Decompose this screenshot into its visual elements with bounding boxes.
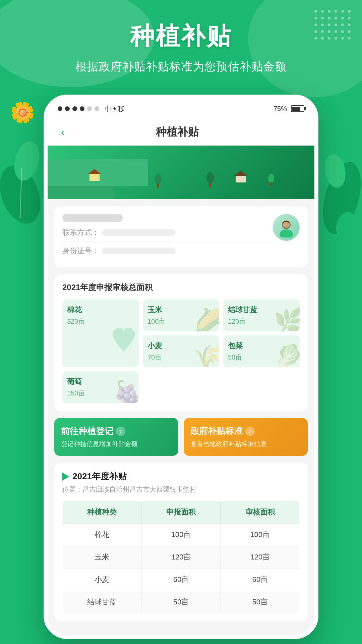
table-cell-type-3: 结球甘蓝 <box>63 591 142 613</box>
table-cell-reported-1: 120亩 <box>141 546 221 569</box>
crop-card-cotton: 棉花 320亩 <box>62 300 139 367</box>
user-card: 联系方式： 身份证号： <box>54 206 308 267</box>
action-buttons: 前往种植登记 › 登记种植信息增加补贴金额 政府补贴标准 › 查看当地政府补贴标… <box>54 418 308 456</box>
svg-point-7 <box>280 229 293 237</box>
id-field: 身份证号： <box>62 246 273 256</box>
crop-icon-grape: 🍇 <box>113 379 139 403</box>
crop-icon-pakchoi: 🥬 <box>274 343 300 367</box>
hero-scene <box>48 159 314 199</box>
subsidy-triangle-icon <box>62 473 69 481</box>
planting-register-desc: 登记种植信息增加补贴金额 <box>61 440 172 448</box>
hill-2 <box>48 186 115 199</box>
signal-dot-3 <box>72 106 77 111</box>
table-row: 玉米120亩120亩 <box>63 546 300 569</box>
table-cell-type-2: 小麦 <box>63 569 142 591</box>
table-cell-type-1: 玉米 <box>63 546 142 569</box>
contact-label: 联系方式： <box>62 227 99 237</box>
battery-percent: 75% <box>274 105 287 113</box>
subsidy-year-label: 2021年度补贴 <box>72 471 127 482</box>
table-cell-reported-3: 50亩 <box>141 591 221 613</box>
battery-fill <box>292 107 300 111</box>
subsidy-location: 位置：昌吉回族自治州昌吉市大西渠镇玉堂村 <box>62 485 300 494</box>
table-cell-reviewed-3: 50亩 <box>221 591 300 613</box>
planting-arrow-icon: › <box>116 427 125 436</box>
subsidy-section: 2021年度补贴 位置：昌吉回族自治州昌吉市大西渠镇玉堂村 种植种类 申报面积 … <box>54 463 308 622</box>
battery-area: 75% <box>274 105 304 113</box>
stats-title: 2021年度申报审核总面积 <box>62 282 300 293</box>
tree-2 <box>206 172 214 187</box>
gov-arrow-icon: › <box>245 427 255 436</box>
contact-field: 联系方式： <box>62 227 273 237</box>
planting-register-title: 前往种植登记 › <box>61 425 172 437</box>
table-cell-reviewed-2: 60亩 <box>221 569 300 591</box>
subsidy-header: 2021年度补贴 <box>62 471 300 482</box>
user-info: 联系方式： 身份证号： <box>62 214 273 259</box>
id-label: 身份证号： <box>62 246 99 256</box>
table-header-type: 种植种类 <box>63 501 142 524</box>
subsidy-table: 种植种类 申报面积 审核面积 棉花100亩100亩玉米120亩120亩小麦60亩… <box>62 501 300 613</box>
crop-card-pakchoi: 包菜 50亩 🥬 <box>223 335 300 367</box>
house-1 <box>88 167 101 181</box>
signal-dot-6 <box>95 106 99 111</box>
page-content: 种植补贴 根据政府补贴补贴标准为您预估补贴金额 中国移 75% <box>0 0 362 639</box>
signal-dot-4 <box>80 106 84 111</box>
crop-icon-corn: 🌽 <box>193 307 219 331</box>
gov-standard-desc: 查看当地政府补贴标准信息 <box>190 440 301 448</box>
gov-standard-title: 政府补贴标准 › <box>190 425 301 437</box>
table-row: 棉花100亩100亩 <box>63 524 300 546</box>
table-row: 结球甘蓝50亩50亩 <box>63 591 300 613</box>
crop-card-wheat: 小麦 70亩 🌾 <box>143 335 219 367</box>
signal-area: 中国移 <box>58 104 125 113</box>
crop-card-corn: 玉米 100亩 🌽 <box>143 300 219 331</box>
table-cell-reported-2: 60亩 <box>141 569 221 591</box>
table-cell-reported-0: 100亩 <box>141 524 221 546</box>
table-header-reviewed: 审核面积 <box>221 501 300 524</box>
nav-title: 种植补贴 <box>68 125 287 140</box>
table-cell-reviewed-0: 100亩 <box>221 524 300 546</box>
crops-grid: 棉花 320亩 玉米 <box>62 300 300 403</box>
carrier-label: 中国移 <box>105 104 125 113</box>
signal-dot-2 <box>65 106 70 111</box>
back-button[interactable]: ‹ <box>58 122 68 142</box>
app-navbar: ‹ 种植补贴 <box>48 119 314 146</box>
signal-dot-1 <box>58 106 62 111</box>
user-name-blur <box>62 214 123 222</box>
phone-mockup: 中国移 75% ‹ 种植补贴 <box>44 95 318 639</box>
gov-standard-button[interactable]: 政府补贴标准 › 查看当地政府补贴标准信息 <box>184 418 308 456</box>
hero-banner <box>48 146 314 199</box>
table-cell-reviewed-1: 120亩 <box>221 546 300 569</box>
crop-card-cabbage: 结球甘蓝 120亩 🌿 <box>223 300 300 331</box>
status-bar: 中国移 75% <box>48 99 314 119</box>
table-row: 小麦60亩60亩 <box>63 569 300 591</box>
planting-register-button[interactable]: 前往种植登记 › 登记种植信息增加补贴金额 <box>54 418 178 456</box>
crop-icon-cotton <box>107 318 139 364</box>
app-main-content: 联系方式： 身份证号： <box>48 199 314 635</box>
page-title: 种植补贴 <box>130 20 232 52</box>
user-divider <box>62 241 273 242</box>
page-subtitle: 根据政府补贴补贴标准为您预估补贴金额 <box>75 59 287 74</box>
tree-1 <box>155 174 162 187</box>
table-cell-type-0: 棉花 <box>63 524 142 546</box>
crop-name-cotton: 棉花 <box>67 305 134 315</box>
contact-value-blur <box>102 229 176 236</box>
avatar <box>273 214 300 241</box>
battery-icon <box>291 105 304 112</box>
tree-3 <box>268 174 274 186</box>
crop-icon-wheat: 🌾 <box>193 343 219 367</box>
crop-icon-cabbage: 🌿 <box>274 307 300 331</box>
house-2 <box>234 169 247 182</box>
signal-dot-5 <box>87 106 92 111</box>
crops-stats-section: 2021年度申报审核总面积 棉花 320亩 <box>54 274 308 411</box>
table-header-reported: 申报面积 <box>141 501 221 524</box>
crop-card-grape: 葡萄 150亩 🍇 <box>62 371 139 403</box>
id-value-blur <box>102 248 176 254</box>
